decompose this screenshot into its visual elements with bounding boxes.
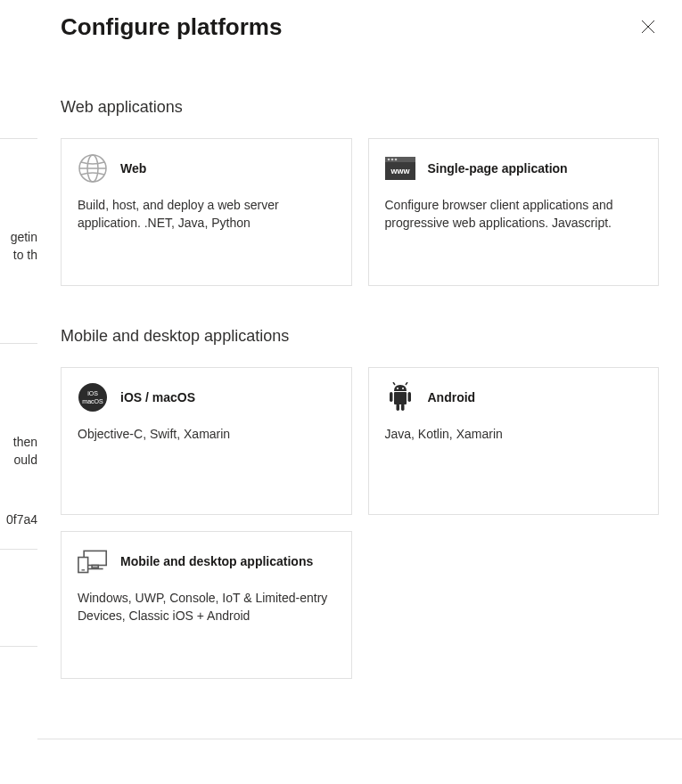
desktop-mobile-icon: [78, 546, 108, 576]
close-button[interactable]: [637, 16, 659, 37]
android-icon: [385, 382, 415, 412]
svg-rect-16: [407, 392, 411, 402]
panel-title: Configure platforms: [61, 13, 282, 41]
svg-rect-14: [394, 392, 407, 404]
globe-icon: [78, 153, 108, 184]
card-description: Objective-C, Swift, Xamarin: [78, 425, 335, 443]
close-icon: [641, 20, 655, 34]
platform-card-spa[interactable]: www Single-page application Configure br…: [368, 138, 660, 286]
platform-card-ios-macos[interactable]: iOS macOS iOS / macOS Objective-C, Swift…: [61, 367, 352, 515]
card-description: Java, Kotlin, Xamarin: [385, 425, 643, 443]
card-label: Single-page application: [428, 160, 568, 176]
card-label: Mobile and desktop applications: [120, 553, 313, 569]
section-title-mobile: Mobile and desktop applications: [61, 327, 659, 346]
platform-card-android[interactable]: Android Java, Kotlin, Xamarin: [368, 367, 660, 515]
background-page-fragment: getin to th then ould 0f7a4: [0, 0, 37, 784]
svg-rect-15: [390, 392, 393, 402]
svg-text:www: www: [390, 167, 410, 176]
browser-www-icon: www: [385, 153, 415, 184]
svg-rect-20: [92, 565, 98, 568]
svg-point-5: [390, 159, 393, 161]
card-label: iOS / macOS: [120, 389, 195, 405]
configure-platforms-panel: Configure platforms Web applications: [37, 0, 682, 784]
card-description: Build, host, and deploy a web server app…: [78, 196, 335, 233]
svg-point-13: [402, 388, 404, 389]
svg-point-12: [397, 388, 399, 389]
svg-rect-17: [396, 404, 399, 411]
svg-point-9: [78, 383, 107, 412]
footer-divider: [37, 739, 682, 739]
svg-rect-18: [401, 404, 405, 411]
platform-card-web[interactable]: Web Build, host, and deploy a web server…: [61, 138, 352, 286]
card-description: Windows, UWP, Console, IoT & Limited-ent…: [78, 589, 335, 625]
platform-card-mobile-desktop[interactable]: Mobile and desktop applications Windows,…: [61, 531, 352, 679]
card-label: Web: [120, 160, 146, 176]
svg-text:iOS: iOS: [87, 390, 98, 396]
svg-point-4: [387, 159, 390, 161]
svg-text:macOS: macOS: [82, 398, 103, 404]
section-title-web: Web applications: [61, 98, 659, 117]
card-description: Configure browser client applications an…: [385, 196, 643, 233]
ios-macos-icon: iOS macOS: [78, 382, 108, 412]
svg-point-6: [394, 159, 397, 161]
card-label: Android: [428, 389, 476, 405]
